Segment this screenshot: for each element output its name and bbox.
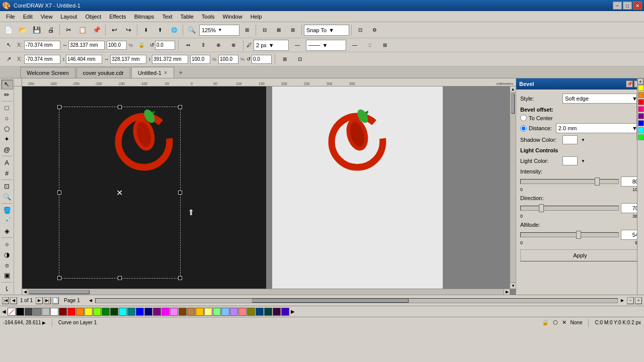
light-color-arrow[interactable]: ▼ bbox=[580, 156, 587, 165]
eyedrop-tool[interactable]: 💉 bbox=[1, 216, 13, 226]
maximize-button[interactable]: □ bbox=[623, 2, 632, 10]
zoom-fit-button[interactable]: ⊞ bbox=[240, 24, 254, 36]
color-pink[interactable] bbox=[170, 308, 178, 316]
export-button[interactable]: ⬆ bbox=[153, 24, 167, 36]
direction-slider[interactable] bbox=[520, 206, 619, 211]
color-skyblue[interactable] bbox=[221, 308, 229, 316]
menu-layout[interactable]: Layout bbox=[56, 13, 81, 21]
zoom-in-button[interactable]: 🔍 bbox=[185, 24, 198, 36]
crop-tool[interactable]: ⊡ bbox=[1, 182, 13, 192]
color-r3[interactable] bbox=[638, 99, 644, 105]
cut-button[interactable]: ✂ bbox=[62, 24, 75, 36]
scroll-down-btn[interactable]: ▼ bbox=[510, 283, 516, 289]
tab-close-icon[interactable]: ✕ bbox=[164, 70, 168, 75]
menu-tools[interactable]: Tools bbox=[198, 13, 219, 21]
h-scroll-track[interactable] bbox=[95, 298, 618, 303]
page-prev-btn[interactable]: ◀ bbox=[10, 297, 17, 304]
table-tool[interactable]: # bbox=[1, 168, 13, 178]
color-lightyellow[interactable] bbox=[204, 308, 212, 316]
x2-input[interactable] bbox=[24, 55, 60, 64]
scroll-palette-right[interactable]: ▶ bbox=[291, 309, 295, 314]
view-options-button[interactable]: ⊡ bbox=[354, 24, 367, 36]
h2-input[interactable] bbox=[152, 55, 188, 64]
mirror-h-button[interactable]: ⇔ bbox=[182, 39, 195, 51]
color-r6[interactable] bbox=[638, 120, 644, 126]
menu-text[interactable]: Text bbox=[158, 13, 176, 21]
color-red[interactable] bbox=[67, 308, 75, 316]
play-btn[interactable]: ▶ bbox=[42, 320, 46, 325]
align-left-button[interactable]: ⊟ bbox=[258, 24, 271, 36]
close-button[interactable]: ✕ bbox=[633, 2, 642, 10]
color-gray[interactable] bbox=[33, 308, 41, 316]
spiral-tool[interactable]: @ bbox=[1, 145, 13, 155]
x-input[interactable] bbox=[24, 41, 60, 50]
text-tool[interactable]: A bbox=[1, 158, 13, 168]
tab-welcome-screen[interactable]: Welcome Screen bbox=[20, 67, 75, 78]
polygon-tool[interactable]: ⬠ bbox=[1, 124, 13, 134]
save-button[interactable]: 💾 bbox=[30, 24, 43, 36]
color-salmon[interactable] bbox=[238, 308, 247, 316]
color-darkgreen2[interactable] bbox=[264, 308, 272, 316]
lock-ratio-button[interactable]: 🔒 bbox=[135, 39, 148, 51]
width-input[interactable] bbox=[68, 41, 105, 50]
h-scroll-left[interactable]: ◀ bbox=[87, 297, 94, 304]
line-combo[interactable]: ─── ▼ bbox=[306, 40, 346, 51]
color-green[interactable] bbox=[102, 308, 110, 316]
color-strip-add[interactable]: + bbox=[637, 78, 643, 84]
interactive-fill[interactable]: ◈ bbox=[1, 226, 13, 236]
zoom-in-status-btn[interactable]: + bbox=[635, 297, 642, 304]
line-style-btn[interactable]: — bbox=[291, 39, 304, 51]
tab-cover-youtube[interactable]: cover youtue.cdr bbox=[76, 67, 130, 78]
new-button[interactable]: 📄 bbox=[2, 24, 15, 36]
blend-tool[interactable]: ⟐ bbox=[1, 239, 13, 249]
scrollbar-vertical[interactable]: ▲ ▼ bbox=[510, 86, 516, 289]
page-first-btn[interactable]: |◀ bbox=[2, 297, 9, 304]
transform-btn[interactable]: ⊞ bbox=[278, 53, 291, 65]
pointer-tool[interactable]: ↖ bbox=[2, 39, 15, 51]
page-add-btn[interactable]: 📄 bbox=[52, 297, 59, 304]
freehand-tool[interactable]: ✏ bbox=[1, 90, 13, 100]
intensity-slider[interactable] bbox=[520, 179, 619, 184]
color-magenta[interactable] bbox=[162, 308, 170, 316]
w2-pct[interactable] bbox=[190, 55, 210, 64]
color-teal[interactable] bbox=[127, 308, 135, 316]
color-indigo[interactable] bbox=[281, 308, 289, 316]
color-brown[interactable] bbox=[179, 308, 187, 316]
color-darkblue2[interactable] bbox=[256, 308, 264, 316]
color-darkgreen[interactable] bbox=[110, 308, 118, 316]
copy-button[interactable]: 📋 bbox=[76, 24, 89, 36]
angle-input[interactable] bbox=[155, 41, 175, 50]
tab-add-button[interactable]: + bbox=[175, 67, 186, 78]
color-navy[interactable] bbox=[144, 308, 152, 316]
no-color-swatch[interactable] bbox=[8, 308, 16, 316]
color-r8[interactable] bbox=[638, 134, 644, 140]
color-lavender[interactable] bbox=[230, 308, 238, 316]
skew-btn[interactable]: ⊡ bbox=[293, 53, 306, 65]
paste-button[interactable]: 📌 bbox=[90, 24, 103, 36]
undo-button[interactable]: ↩ bbox=[108, 24, 121, 36]
distort-tool[interactable]: ⌾ bbox=[1, 260, 13, 270]
scroll-right-btn[interactable]: ▶ bbox=[504, 289, 510, 295]
snap-to-combo[interactable]: Snap To ▼ bbox=[304, 25, 349, 36]
menu-effects[interactable]: Effects bbox=[105, 13, 130, 21]
panel-pin-button[interactable]: 📌 bbox=[626, 80, 633, 87]
color-cyan[interactable] bbox=[119, 308, 127, 316]
color-purple[interactable] bbox=[153, 308, 161, 316]
color-yellow[interactable] bbox=[85, 308, 93, 316]
h2-pct[interactable] bbox=[218, 55, 238, 64]
tab-untitled-1[interactable]: Untitled-1 ✕ bbox=[131, 67, 174, 78]
star-tool[interactable]: ✦ bbox=[1, 134, 13, 144]
distance-combo[interactable]: 2.0 mm ▼ bbox=[556, 123, 640, 133]
connector-tool[interactable]: ⤹ bbox=[1, 284, 13, 294]
width-pct-input[interactable] bbox=[107, 41, 127, 50]
menu-window[interactable]: Window bbox=[219, 13, 247, 21]
distance-radio[interactable] bbox=[520, 125, 527, 132]
menu-view[interactable]: View bbox=[37, 13, 57, 21]
ellipse-tool[interactable]: ○ bbox=[1, 114, 13, 124]
color-blue[interactable] bbox=[136, 308, 144, 316]
options-button[interactable]: ⚙ bbox=[368, 24, 381, 36]
scroll-left-btn[interactable]: ◀ bbox=[22, 289, 28, 295]
menu-bitmaps[interactable]: Bitmaps bbox=[130, 13, 158, 21]
import-button[interactable]: ⬇ bbox=[139, 24, 152, 36]
rectangle-tool[interactable]: □ bbox=[1, 103, 13, 113]
